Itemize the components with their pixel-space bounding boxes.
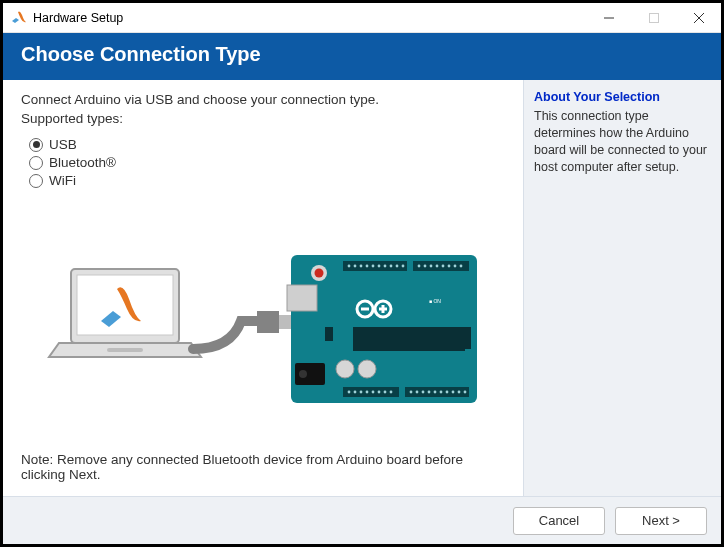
svg-rect-68 (325, 327, 333, 341)
svg-rect-2 (649, 13, 658, 22)
titlebar: Hardware Setup (3, 3, 721, 33)
svg-point-20 (366, 264, 369, 267)
svg-point-29 (430, 264, 433, 267)
svg-point-19 (360, 264, 363, 267)
intro-text: Connect Arduino via USB and choose your … (21, 92, 505, 107)
svg-rect-61 (457, 327, 471, 349)
svg-point-34 (460, 264, 463, 267)
svg-point-45 (422, 390, 425, 393)
connection-type-group: USB Bluetooth® WiFi (29, 134, 505, 191)
svg-point-30 (436, 264, 439, 267)
svg-rect-11 (279, 315, 291, 329)
svg-rect-6 (77, 275, 173, 335)
svg-point-40 (378, 390, 381, 393)
svg-point-47 (434, 390, 437, 393)
svg-point-25 (396, 264, 399, 267)
svg-point-26 (402, 264, 405, 267)
page-header: Choose Connection Type (3, 33, 721, 80)
svg-point-50 (452, 390, 455, 393)
minimize-button[interactable] (586, 3, 631, 33)
window-title: Hardware Setup (33, 11, 586, 25)
svg-rect-9 (107, 348, 143, 352)
supported-label: Supported types: (21, 111, 505, 126)
svg-point-49 (446, 390, 449, 393)
connection-illustration: ■ ON (21, 199, 505, 452)
svg-rect-10 (257, 311, 279, 333)
svg-point-28 (424, 264, 427, 267)
svg-point-23 (384, 264, 387, 267)
radio-usb[interactable]: USB (29, 137, 505, 152)
svg-point-59 (336, 360, 354, 378)
page-title: Choose Connection Type (21, 43, 261, 65)
svg-point-60 (358, 360, 376, 378)
maximize-button (631, 3, 676, 33)
main-panel: Connect Arduino via USB and choose your … (3, 80, 523, 496)
svg-rect-58 (353, 327, 465, 351)
about-panel: About Your Selection This connection typ… (523, 80, 721, 496)
svg-point-42 (390, 390, 393, 393)
arduino-board-icon: ■ ON (287, 255, 477, 403)
svg-point-57 (315, 268, 324, 277)
svg-point-32 (448, 264, 451, 267)
svg-point-17 (348, 264, 351, 267)
next-button[interactable]: Next > (615, 507, 707, 535)
svg-point-33 (454, 264, 457, 267)
usb-cable-icon (193, 311, 291, 349)
radio-usb-indicator (29, 138, 43, 152)
radio-wifi-indicator (29, 174, 43, 188)
svg-point-18 (354, 264, 357, 267)
radio-wifi[interactable]: WiFi (29, 173, 505, 188)
svg-point-52 (464, 390, 467, 393)
body: Connect Arduino via USB and choose your … (3, 80, 721, 496)
laptop-icon (49, 269, 201, 357)
svg-point-44 (416, 390, 419, 393)
svg-marker-0 (12, 18, 19, 23)
svg-point-37 (360, 390, 363, 393)
hardware-setup-window: Hardware Setup Choose Connection Type Co… (0, 0, 724, 547)
svg-point-22 (378, 264, 381, 267)
svg-point-55 (299, 370, 307, 378)
cancel-button-label: Cancel (539, 513, 579, 528)
radio-bluetooth-indicator (29, 156, 43, 170)
about-text: This connection type determines how the … (534, 108, 711, 176)
close-button[interactable] (676, 3, 721, 33)
matlab-icon (11, 10, 27, 26)
svg-point-27 (418, 264, 421, 267)
svg-point-43 (410, 390, 413, 393)
cancel-button[interactable]: Cancel (513, 507, 605, 535)
svg-rect-53 (287, 285, 317, 311)
svg-point-24 (390, 264, 393, 267)
svg-point-35 (348, 390, 351, 393)
about-title: About Your Selection (534, 90, 711, 104)
next-button-label: Next > (642, 513, 680, 528)
svg-point-21 (372, 264, 375, 267)
svg-point-39 (372, 390, 375, 393)
svg-point-36 (354, 390, 357, 393)
radio-usb-label: USB (49, 137, 77, 152)
radio-bluetooth[interactable]: Bluetooth® (29, 155, 505, 170)
svg-point-51 (458, 390, 461, 393)
svg-point-38 (366, 390, 369, 393)
note-text: Note: Remove any connected Bluetooth dev… (21, 452, 505, 482)
svg-point-31 (442, 264, 445, 267)
svg-point-41 (384, 390, 387, 393)
radio-bluetooth-label: Bluetooth® (49, 155, 116, 170)
svg-point-48 (440, 390, 443, 393)
footer: Cancel Next > (3, 496, 721, 544)
svg-text:■ ON: ■ ON (429, 298, 441, 304)
radio-wifi-label: WiFi (49, 173, 76, 188)
svg-point-46 (428, 390, 431, 393)
